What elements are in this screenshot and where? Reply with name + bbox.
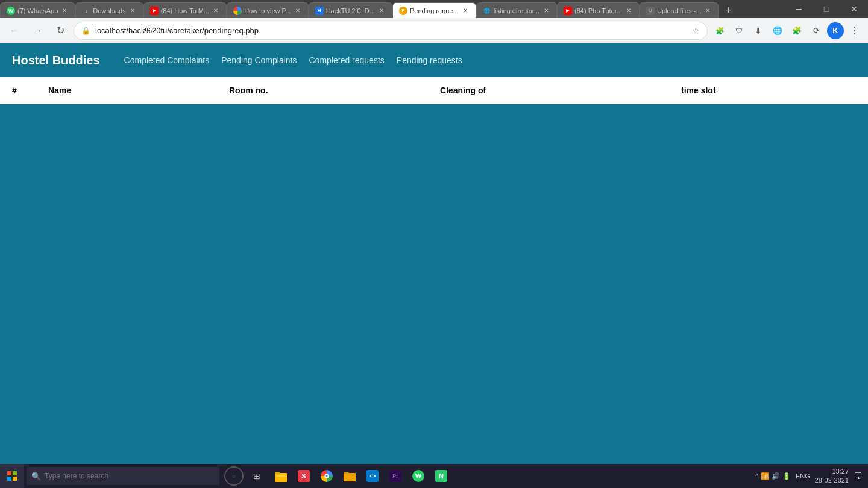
puzzle-icon[interactable]: 🧩	[788, 22, 805, 39]
star-icon[interactable]: ☆	[692, 26, 700, 36]
col-room: Room no.	[229, 86, 440, 95]
chrome-tab-icon-1	[233, 7, 242, 15]
vscode-icon: <>	[366, 470, 379, 482]
tab-whatsapp-close[interactable]: ✕	[60, 7, 69, 15]
back-button[interactable]: ←	[5, 21, 24, 40]
hacktu-tab-icon: H	[315, 7, 324, 15]
listing-tab-icon: 🌐	[483, 7, 491, 15]
tab-hacktu-close[interactable]: ✕	[377, 7, 386, 15]
navigation-bar: ← → ↻ 🔒 localhost/hack%20tu/caretaker/pe…	[0, 18, 868, 43]
close-button[interactable]: ✕	[840, 0, 868, 18]
url-text: localhost/hack%20tu/caretaker/pendingreq…	[95, 26, 687, 35]
battery-icon[interactable]: 🔋	[782, 472, 791, 480]
tab-how-to-view-close[interactable]: ✕	[294, 7, 302, 15]
nav-icons-right: 🧩 🛡 ⬇ 🌐 🧩 ⟳ K ⋮	[711, 22, 863, 39]
menu-button[interactable]: ⋮	[846, 22, 863, 39]
reload-button[interactable]: ↻	[51, 21, 70, 40]
pending-complaints-link[interactable]: Pending Complaints	[221, 55, 297, 65]
premiere-icon: Pr	[389, 470, 401, 482]
tab-upload-close[interactable]: ✕	[703, 7, 712, 15]
clock-date: 28-02-2021	[815, 476, 849, 485]
cortana-button[interactable]: ○	[224, 466, 244, 486]
tab-whatsapp[interactable]: W (7) WhatsApp ✕	[0, 2, 75, 18]
search-input[interactable]	[45, 472, 215, 480]
svg-rect-5	[275, 472, 280, 474]
shield-icon[interactable]: 🛡	[731, 22, 747, 39]
completed-complaints-link[interactable]: Completed Complaints	[124, 55, 210, 65]
taskbar: 🔍 ○ ⊞ S	[0, 464, 868, 488]
tab-listing-close[interactable]: ✕	[542, 7, 550, 15]
new-tab-button[interactable]: +	[720, 2, 737, 18]
tab-hacktu[interactable]: H HackTU 2.0: D... ✕	[309, 2, 392, 18]
volume-icon[interactable]: 🔊	[772, 472, 780, 480]
tab-how-to-m-close[interactable]: ✕	[212, 7, 220, 15]
col-time: time slot	[681, 86, 856, 95]
svg-rect-6	[276, 475, 286, 477]
file-explorer-taskbar-button[interactable]	[270, 465, 292, 487]
tab-downloads[interactable]: ↓ Downloads ✕	[75, 2, 143, 18]
taskbar-search-bar[interactable]: 🔍	[27, 467, 219, 485]
language-indicator: ENG	[796, 472, 810, 480]
nav-link-pending-requests[interactable]: Pending requests	[397, 55, 462, 66]
upload-tab-icon: U	[646, 7, 655, 15]
profile-button[interactable]: K	[827, 22, 844, 39]
tab-how-to-m-title: (84) How To M...	[161, 7, 210, 14]
vscode-taskbar-button[interactable]: <>	[362, 465, 383, 487]
tab-how-to-view-title: How to view P...	[244, 7, 291, 14]
tab-upload-title: Upload files -...	[657, 7, 701, 14]
app-nav-links: Completed Complaints Pending Complaints …	[124, 55, 462, 66]
tab-whatsapp-title: (7) WhatsApp	[17, 7, 58, 14]
table-header: # Name Room no. Cleaning of time slot	[0, 77, 868, 104]
forward-button[interactable]: →	[28, 21, 47, 40]
taskbar-clock[interactable]: 13:27 28-02-2021	[815, 467, 849, 486]
network-icon[interactable]: 📶	[761, 472, 769, 480]
tab-upload-files[interactable]: U Upload files -... ✕	[640, 2, 719, 18]
tab-php-close[interactable]: ✕	[624, 7, 633, 15]
svg-rect-4	[275, 473, 287, 482]
maximize-button[interactable]: □	[813, 0, 840, 18]
tab-hacktu-title: HackTU 2.0: D...	[326, 7, 375, 14]
youtube-tab-icon-1: ▶	[150, 7, 159, 15]
notepad-taskbar-button[interactable]: N	[430, 465, 452, 487]
svg-rect-1	[13, 471, 17, 475]
task-view-button[interactable]: ⊞	[246, 465, 268, 487]
tab-listing-dir[interactable]: 🌐 listing director... ✕	[476, 2, 557, 18]
extensions-icon[interactable]: 🧩	[711, 22, 728, 39]
nav-link-pending-complaints[interactable]: Pending Complaints	[221, 55, 297, 66]
windows-icon	[7, 471, 17, 481]
tab-downloads-close[interactable]: ✕	[128, 7, 137, 15]
folder-taskbar-button[interactable]	[339, 465, 360, 487]
main-content-area	[0, 104, 868, 464]
tab-how-to-view[interactable]: How to view P... ✕	[227, 2, 308, 18]
whatsapp-tab-icon: W	[7, 7, 15, 15]
premiere-taskbar-button[interactable]: Pr	[385, 465, 406, 487]
editor-taskbar-button[interactable]: S	[293, 465, 315, 487]
download-nav-icon[interactable]: ⬇	[750, 22, 767, 39]
notification-icon[interactable]: 🗨	[854, 471, 862, 481]
nav-link-completed-requests[interactable]: Completed requests	[309, 55, 385, 66]
svg-rect-8	[344, 472, 349, 474]
tab-pending-close[interactable]: ✕	[461, 7, 470, 15]
tab-pending-title: Pending reque...	[410, 7, 459, 14]
minimize-button[interactable]: ─	[785, 0, 813, 18]
chrome-taskbar-button[interactable]	[316, 465, 338, 487]
tab-how-to-m[interactable]: ▶ (84) How To M... ✕	[143, 2, 227, 18]
chrome-taskbar-icon	[321, 470, 333, 482]
col-name: Name	[48, 86, 229, 95]
pending-requests-link[interactable]: Pending requests	[397, 55, 462, 65]
nav-link-completed-complaints[interactable]: Completed Complaints	[124, 55, 210, 66]
tab-pending-requests[interactable]: P Pending reque... ✕	[392, 2, 476, 18]
globe-icon[interactable]: 🌐	[769, 22, 786, 39]
svg-rect-0	[7, 471, 11, 475]
tab-php-tutorial[interactable]: ▶ (84) Php Tutor... ✕	[557, 2, 640, 18]
completed-requests-link[interactable]: Completed requests	[309, 55, 385, 65]
system-tray-arrow[interactable]: ^	[755, 473, 758, 480]
address-bar[interactable]: 🔒 localhost/hack%20tu/caretaker/pendingr…	[74, 22, 708, 40]
whatsapp-taskbar-button[interactable]: W	[407, 465, 429, 487]
sync-icon[interactable]: ⟳	[808, 22, 825, 39]
whatsapp-taskbar-icon: W	[412, 470, 424, 482]
start-button[interactable]	[0, 464, 24, 488]
svg-rect-3	[13, 477, 17, 481]
downloads-tab-icon: ↓	[82, 7, 90, 15]
svg-rect-2	[7, 477, 11, 481]
